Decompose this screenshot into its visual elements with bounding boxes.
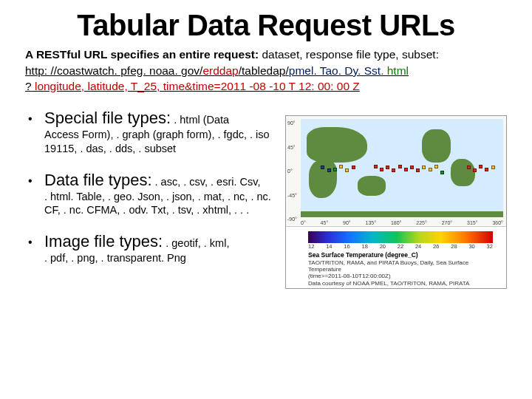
example-url-line2: ? longitude, latitude, T_25, time&time=2… [25, 79, 507, 93]
example-url-line1: http: //coastwatch. pfeg. noaa. gov/erdd… [25, 64, 507, 78]
bullet-data-file-types: Data file types: . asc, . csv, . esri. C… [25, 171, 275, 216]
colorbar-ticks: 12 14 16 18 20 22 24 26 28 30 32 [308, 243, 493, 250]
world-map-plot: 90° 45° 0° -45° -90° [286, 116, 506, 227]
lede-line: A RESTful URL specifies an entire reques… [25, 48, 507, 62]
figure-caption: Sea Surface Temperature (degree_C) TAO/T… [308, 252, 502, 287]
slide-title: Tabular Data Request URLs [25, 9, 507, 42]
example-output-figure: 90° 45° 0° -45° -90° [285, 115, 507, 289]
bullet-list: Special file types: . html (Data Access … [25, 109, 275, 265]
bullet-special-file-types: Special file types: . html (Data Access … [25, 109, 275, 154]
buoy-markers [301, 119, 503, 217]
bullet-image-file-types: Image file types: . geotif, . kml, . pdf… [25, 233, 275, 265]
colorbar [308, 231, 493, 243]
